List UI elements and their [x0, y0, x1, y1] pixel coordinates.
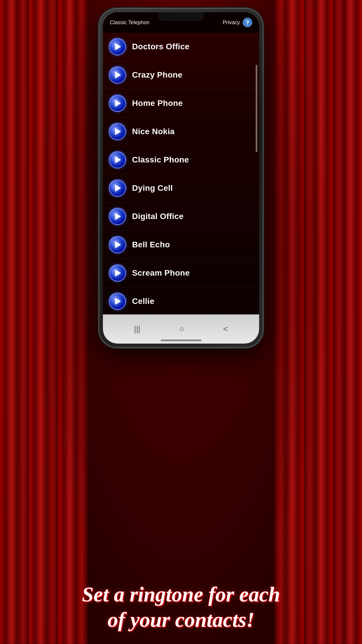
tagline-text: Set a ringtone for each of your contacts… — [17, 582, 345, 632]
ringtone-list: Doctors Office Crazy Phone Home Phone Ni… — [103, 33, 259, 314]
play-icon-cellie — [115, 298, 121, 305]
menu-icon[interactable]: ||| — [134, 324, 140, 334]
play-icon-scream-phone — [115, 270, 121, 276]
home-indicator — [161, 340, 201, 341]
notch — [158, 12, 204, 21]
ringtone-label-doctors-office: Doctors Office — [132, 42, 189, 51]
play-button-home-phone[interactable] — [109, 94, 126, 112]
play-icon-digital-office — [115, 213, 121, 220]
status-bar-right: Privacy ? — [223, 18, 252, 27]
ringtone-label-digital-office: Digital Office — [132, 212, 184, 221]
play-icon-doctors-office — [115, 43, 121, 50]
play-button-bell-echo[interactable] — [109, 236, 126, 253]
bottom-nav: ||| ○ < — [103, 314, 259, 344]
home-icon[interactable]: ○ — [179, 324, 184, 334]
list-item-bell-echo[interactable]: Bell Echo — [103, 231, 259, 259]
play-icon-crazy-phone — [115, 71, 121, 78]
play-button-classic-phone[interactable] — [109, 151, 126, 169]
play-icon-classic-phone — [115, 156, 121, 163]
ringtone-label-cellie: Cellie — [132, 297, 154, 306]
scroll-indicator — [256, 65, 257, 152]
play-button-dying-cell[interactable] — [109, 179, 126, 197]
phone-wrapper: Classic Telephon Privacy ? Doctors Offic… — [99, 9, 263, 347]
play-icon-nice-nokia — [115, 128, 121, 135]
play-button-cellie[interactable] — [109, 293, 126, 310]
list-item-dying-cell[interactable]: Dying Cell — [103, 174, 259, 202]
play-button-nice-nokia[interactable] — [109, 123, 126, 140]
list-item-doctors-office[interactable]: Doctors Office — [103, 33, 259, 61]
list-item-nice-nokia[interactable]: Nice Nokia — [103, 118, 259, 146]
play-icon-bell-echo — [115, 241, 121, 248]
list-item-crazy-phone[interactable]: Crazy Phone — [103, 61, 259, 89]
phone-frame: Classic Telephon Privacy ? Doctors Offic… — [99, 9, 263, 347]
help-button[interactable]: ? — [243, 18, 252, 27]
list-item-scream-phone[interactable]: Scream Phone — [103, 259, 259, 287]
ringtone-label-dying-cell: Dying Cell — [132, 183, 173, 193]
phone-screen: Classic Telephon Privacy ? Doctors Offic… — [103, 12, 259, 344]
ringtone-label-nice-nokia: Nice Nokia — [132, 127, 175, 136]
back-icon[interactable]: < — [223, 324, 228, 334]
play-button-scream-phone[interactable] — [109, 264, 126, 282]
play-icon-dying-cell — [115, 185, 121, 192]
ringtone-label-classic-phone: Classic Phone — [132, 155, 189, 164]
privacy-link[interactable]: Privacy — [223, 20, 240, 26]
list-item-home-phone[interactable]: Home Phone — [103, 89, 259, 118]
ringtone-label-bell-echo: Bell Echo — [132, 240, 170, 249]
ringtone-label-scream-phone: Scream Phone — [132, 268, 190, 278]
tagline-block: Set a ringtone for each of your contacts… — [0, 582, 362, 632]
list-item-classic-phone[interactable]: Classic Phone — [103, 146, 259, 174]
play-icon-home-phone — [115, 100, 121, 107]
ringtone-label-crazy-phone: Crazy Phone — [132, 70, 182, 80]
play-button-digital-office[interactable] — [109, 208, 126, 225]
list-item-digital-office[interactable]: Digital Office — [103, 202, 259, 231]
play-button-crazy-phone[interactable] — [109, 66, 126, 84]
list-item-cellie[interactable]: Cellie — [103, 287, 259, 314]
play-button-doctors-office[interactable] — [109, 38, 126, 55]
ringtone-label-home-phone: Home Phone — [132, 99, 183, 108]
app-title: Classic Telephon — [110, 20, 150, 26]
